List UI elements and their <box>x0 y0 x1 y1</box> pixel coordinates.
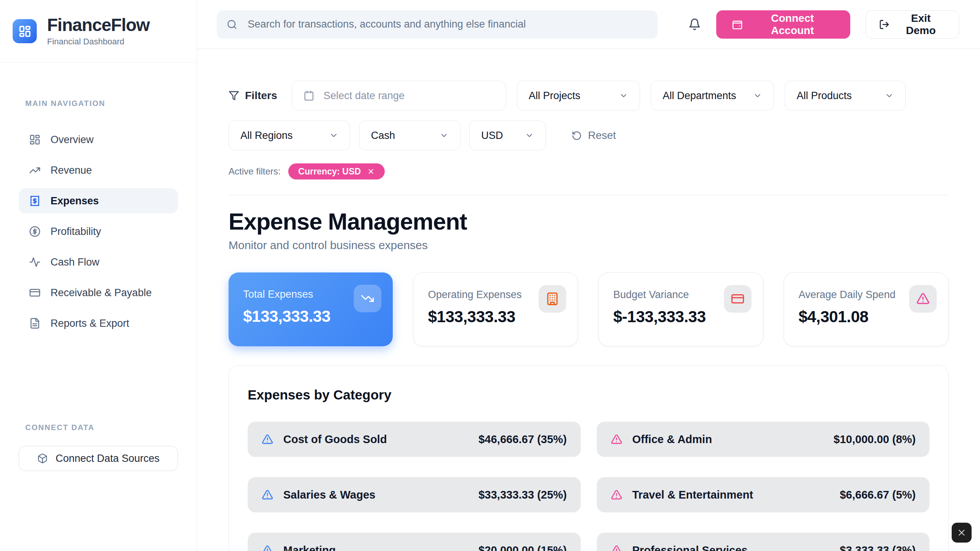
active-filter-chip-currency[interactable]: Currency: USD <box>288 163 385 179</box>
date-range-picker[interactable]: Select date range <box>292 81 506 111</box>
chevron-down-icon <box>885 91 894 100</box>
sidebar-item-expenses[interactable]: Expenses <box>19 188 178 214</box>
stat-card-total-expenses[interactable]: Total Expenses $133,333.33 <box>229 272 393 346</box>
file-text-icon <box>29 318 41 329</box>
chevron-down-icon <box>753 91 762 100</box>
sidebar-item-reports-export[interactable]: Reports & Export <box>19 311 178 336</box>
package-icon <box>37 453 48 464</box>
category-row-professional-services[interactable]: Professional Services $3,333.33 (3%) <box>597 533 930 551</box>
search-input[interactable] <box>248 18 648 30</box>
sidebar-item-label: Cash Flow <box>51 256 100 268</box>
category-row-marketing[interactable]: Marketing $20,000.00 (15%) <box>248 533 581 551</box>
filters-bar-row2: All Regions Cash USD Reset <box>229 121 949 150</box>
credit-card-icon <box>724 285 751 313</box>
active-filter-chip-label: Currency: USD <box>298 166 361 177</box>
category-value: $33,333.33 (25%) <box>479 489 567 501</box>
category-name: Travel & Entertainment <box>632 489 753 501</box>
funnel-icon <box>229 90 239 101</box>
regions-filter-value: All Regions <box>240 130 293 142</box>
circle-dollar-icon <box>29 226 41 237</box>
sidebar-item-revenue[interactable]: Revenue <box>19 158 178 183</box>
search-icon <box>227 19 237 30</box>
currency-filter-select[interactable]: USD <box>469 121 546 150</box>
calendar-icon <box>304 90 314 101</box>
main-content: Filters Select date range All Projects A… <box>197 49 980 551</box>
chevron-down-icon <box>439 131 449 140</box>
stat-card-budget-variance[interactable]: Budget Variance $-133,333.33 <box>598 272 763 346</box>
brand-text: FinanceFlow Financial Dashboard <box>47 16 150 46</box>
receipt-icon <box>29 195 41 207</box>
alert-triangle-icon <box>611 434 622 445</box>
category-value: $3,333.33 (3%) <box>840 544 916 551</box>
main-navigation-heading: MAIN NAVIGATION <box>25 99 197 108</box>
close-overlay-button[interactable] <box>952 523 972 543</box>
sidebar-item-label: Overview <box>51 134 94 146</box>
sidebar-item-cash-flow[interactable]: Cash Flow <box>19 249 178 275</box>
stat-card-operating-expenses[interactable]: Operating Expenses $133,333.33 <box>413 272 578 346</box>
category-name: Salaries & Wages <box>283 489 376 501</box>
category-name: Professional Services <box>632 544 748 551</box>
expenses-by-category-title: Expenses by Category <box>248 387 929 403</box>
sidebar-item-label: Expenses <box>51 195 99 207</box>
notifications-bell-icon[interactable] <box>688 18 701 31</box>
section-divider <box>229 195 949 195</box>
alert-triangle-icon <box>261 489 273 501</box>
filters-label: Filters <box>229 90 277 102</box>
departments-filter-select[interactable]: All Departments <box>651 81 774 111</box>
chevron-down-icon <box>619 91 628 100</box>
right-pane: Connect Account Exit Demo Filters Select… <box>197 0 980 551</box>
category-row-cost-of-goods-sold[interactable]: Cost of Goods Sold $46,666.67 (35%) <box>248 422 581 457</box>
log-out-icon <box>879 19 890 30</box>
dashboard-grid-icon <box>29 134 41 145</box>
projects-filter-select[interactable]: All Projects <box>517 81 640 111</box>
expenses-by-category-grid: Cost of Goods Sold $46,666.67 (35%) Offi… <box>248 422 929 551</box>
sidebar-item-label: Revenue <box>51 165 92 176</box>
regions-filter-select[interactable]: All Regions <box>229 121 350 150</box>
filters-label-text: Filters <box>245 90 277 102</box>
remove-filter-icon[interactable] <box>367 168 375 175</box>
activity-icon <box>29 256 41 268</box>
sidebar-item-label: Profitability <box>51 226 101 238</box>
date-range-placeholder: Select date range <box>323 90 405 102</box>
category-value: $10,000.00 (8%) <box>834 433 916 446</box>
brand-subtitle: Financial Dashboard <box>47 37 150 47</box>
connect-data-sources-button[interactable]: Connect Data Sources <box>19 446 178 471</box>
alert-triangle-icon <box>909 285 937 313</box>
exit-demo-button[interactable]: Exit Demo <box>866 10 959 39</box>
sidebar-item-label: Receivable & Payable <box>51 287 152 299</box>
trending-down-icon <box>354 285 381 312</box>
alert-triangle-icon <box>261 544 273 551</box>
alert-triangle-icon <box>261 434 273 445</box>
credit-card-icon <box>29 287 41 298</box>
main-navigation: Overview Revenue Expenses Profitability … <box>0 127 197 336</box>
wallet-icon <box>732 19 743 30</box>
category-row-travel-entertainment[interactable]: Travel & Entertainment $6,666.67 (5%) <box>597 477 930 512</box>
projects-filter-value: All Projects <box>529 90 580 102</box>
category-value: $46,666.67 (35%) <box>479 433 567 446</box>
reset-filters-button[interactable]: Reset <box>572 129 616 142</box>
alert-triangle-icon <box>611 544 622 551</box>
filters-bar: Filters Select date range All Projects A… <box>229 81 949 111</box>
connect-account-button[interactable]: Connect Account <box>716 10 850 39</box>
category-value: $20,000.00 (15%) <box>479 544 567 551</box>
sidebar-item-label: Reports & Export <box>51 318 129 329</box>
category-name: Marketing <box>283 544 336 551</box>
sidebar-item-profitability[interactable]: Profitability <box>19 219 178 244</box>
category-row-salaries-wages[interactable]: Salaries & Wages $33,333.33 (25%) <box>248 477 581 512</box>
active-filters-label: Active filters: <box>229 166 281 177</box>
products-filter-select[interactable]: All Products <box>785 81 906 111</box>
departments-filter-value: All Departments <box>663 90 736 102</box>
stat-card-average-daily-spend[interactable]: Average Daily Spend $4,301.08 <box>784 272 949 346</box>
alert-triangle-icon <box>611 489 622 501</box>
brand-logo-icon <box>13 19 37 43</box>
sidebar-item-overview[interactable]: Overview <box>19 127 178 152</box>
currency-filter-value: USD <box>481 130 503 142</box>
category-row-office-admin[interactable]: Office & Admin $10,000.00 (8%) <box>597 422 930 457</box>
payment-method-filter-value: Cash <box>371 130 395 142</box>
sidebar-item-receivable-payable[interactable]: Receivable & Payable <box>19 280 178 305</box>
chevron-down-icon <box>525 131 534 140</box>
global-search[interactable] <box>217 10 658 39</box>
category-name: Cost of Goods Sold <box>283 433 387 446</box>
page-subtitle: Monitor and control business expenses <box>229 239 949 252</box>
payment-method-filter-select[interactable]: Cash <box>359 121 461 150</box>
